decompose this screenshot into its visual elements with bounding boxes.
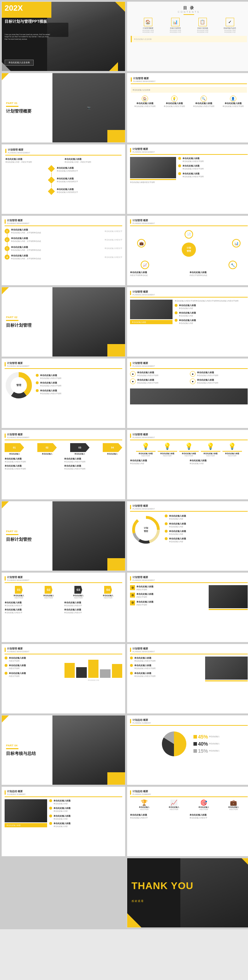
- slide14-header: 计划管理 概要 PLANNING MANAGEMENT: [130, 433, 248, 439]
- bulb-t2: 单击此处输入标题: [160, 452, 174, 455]
- tl-text1: 单击此处输入标题单击此处输入内容，文字说明单击此处: [11, 228, 41, 234]
- toc-icons: 🏠 计划管理概要 单击此处输入标题单击此处输入内容 📊 目标计划管理 单击此处输…: [134, 18, 243, 33]
- slide-1-cover: 202X 目标计划与管理PPT模板 I love you more than I…: [2, 2, 125, 72]
- slide5-divider: [5, 155, 122, 156]
- nboxt3: 单击此处输入: [73, 594, 84, 597]
- bar-label: 单击此处输入内容: [65, 679, 122, 681]
- slide8-sub: PLANNING MANAGEMENT: [133, 222, 155, 224]
- slide13-header: 计划管理 概要 PLANNING MANAGEMENT: [5, 433, 122, 439]
- hub-left: 💼: [137, 239, 145, 248]
- s24i1: 🏆 单击此处输入 内容文字说明: [130, 799, 158, 811]
- part04-top-corner: [2, 716, 9, 722]
- s16rt1: 单击此处输入标题单击此处输入内容: [169, 514, 186, 520]
- slide5-bar: [5, 149, 6, 153]
- slide13-bar: [5, 434, 6, 438]
- s23t2: 单击此处输入标题单击此处输入内容: [54, 807, 71, 812]
- tl-item2: 2 单击此处输入标题单击此处输入内容，文字说明单击此处 单击此处输入内容文字: [5, 237, 122, 242]
- slide22-header: 计划总结 概要 PLANNING SUMMARY: [130, 718, 248, 724]
- hub-icon-left: 💼: [137, 239, 145, 248]
- s20r3: 单击此处输入标题单击此处输入内容文字说明: [130, 672, 203, 678]
- s11rt1: 单击此处输入标题单击此处输入内容文字说明: [40, 374, 61, 380]
- bar-chart: [65, 657, 122, 678]
- slide13-bottom: 单击此处输入标题单击此处输入内容文字说明 单击此处输入标题单击此处输入内容文字说…: [5, 457, 122, 471]
- slide10-right: 单击此处输入内容文字说明单击此处输入内容文字说明单击此处输入内容文字说明 单击此…: [175, 300, 248, 326]
- part01-accent: [6, 106, 19, 107]
- s14t1: 单击此处输入标题: [130, 459, 188, 462]
- tl-side1: 单击此处输入内容文字: [104, 231, 122, 232]
- s23d2: [49, 807, 52, 810]
- icon1-title: 单击此处输入标题: [136, 102, 153, 105]
- part04-yellow-corner: [107, 772, 125, 785]
- s6c2: 单击此处输入内容文字说明: [182, 168, 204, 170]
- nboxc4: 内容文字说明: [104, 597, 112, 599]
- cover-photo: [47, 2, 125, 71]
- s19cc2: 内容文字说明: [9, 668, 26, 670]
- dt2-title: 单击此处输入标题: [57, 177, 78, 180]
- slide14-sub: PLANNING MANAGEMENT: [133, 436, 155, 439]
- slide10-bar: [130, 291, 131, 295]
- dt2-text: 单击此处输入内容说明文字: [57, 181, 78, 183]
- legend-text1: 单击此处输入: [209, 736, 220, 738]
- part03-left: PART 03 目标计划管控: [2, 501, 53, 571]
- slide13-arrows: 01 单击此处输入 02 单击此处输入 03 单击此处输入: [5, 443, 122, 455]
- s12g2: ● 单击此处输入标题单击此处输入内容文字说明 ● 单击此处输入标题单击此处输入内…: [190, 371, 248, 386]
- slide5-header: 计划管理 概要 PLANNING MANAGEMENT: [5, 148, 122, 154]
- icon4-text: 单击此处输入内容文字说明: [223, 105, 244, 108]
- arrow-label-1: 单击此处输入: [9, 453, 20, 455]
- slide5-diamonds: 单击此处输入标题单击此处输入内容说明文字 单击此处输入标题单击此处输入内容说明文…: [5, 166, 122, 194]
- s24icon3: 🎯: [200, 799, 207, 806]
- slide19-text: 计划管理 概要: [7, 647, 29, 651]
- tl-text3: 单击此处输入标题单击此处输入内容，文字说明单击此处: [11, 246, 41, 251]
- bar3: [88, 660, 98, 678]
- slide6-sub: PLANNING MANAGEMENT: [133, 151, 155, 153]
- toc-icon-2: 📊: [171, 18, 180, 26]
- s11r2: 单击此处输入标题单击此处输入内容文字说明: [36, 381, 122, 387]
- s11r3: 单击此处输入标题单击此处输入内容文字说明: [36, 389, 122, 395]
- ty-deco-tr: [242, 858, 248, 867]
- slide12-grid: ● 单击此处输入标题单击此处输入内容文字说明 ● 单击此处输入标题单击此处输入内…: [130, 371, 248, 386]
- diamond-texts: 单击此处输入标题单击此处输入内容说明文字 单击此处输入标题单击此处输入内容说明文…: [57, 167, 78, 194]
- nbox2: 02: [45, 586, 52, 594]
- s18box1: ⚙: [130, 585, 135, 590]
- s24t4: 单击此处输入: [228, 806, 239, 808]
- slide20-sub: PLANNING MANAGEMENT: [133, 651, 155, 652]
- s10c1: 单击此处输入内容: [179, 307, 196, 310]
- icon-person: 👤: [230, 95, 236, 102]
- toc-desc-4: 单击此处输入标题单击此处输入内容: [224, 29, 235, 33]
- s16c2: 单击此处输入内容: [169, 526, 186, 528]
- slide-17: 计划管理 概要 PLANNING MANAGEMENT 01 单击此处输入 内容…: [2, 573, 125, 642]
- s23tt1: 单击此处输入标题: [54, 799, 71, 802]
- slide7-header: 计划管理 概要 PLANNING MANAGEMENT: [5, 219, 122, 224]
- slide18-div: [130, 582, 248, 583]
- s16c4: 单击此处输入内容: [169, 541, 186, 543]
- toc-desc-2: 单击此处输入标题单击此处输入内容: [170, 29, 181, 33]
- s23t4: 单击此处输入标题单击此处输入内容: [54, 822, 71, 828]
- s17c2: 单击此处输入内容文字: [64, 605, 122, 607]
- legend-color2: [193, 742, 197, 746]
- slide11-bar: [5, 362, 6, 366]
- s17b4: 单击此处输入标题单击此处输入内容文字: [64, 608, 122, 614]
- part04-title: 目标考核与总结: [6, 751, 49, 757]
- slide4-icons: 🏠 单击此处输入标题 单击此处输入内容文字说明 💡 单击此处输入标题 单击此处输…: [131, 95, 247, 108]
- s23r3: 单击此处输入标题单击此处输入内容: [49, 815, 122, 820]
- num-box-4: 04 单击此处输入 内容文字说明: [94, 586, 122, 599]
- s12title1: 单击此处输入标题: [137, 371, 158, 374]
- slide16-items: 单击此处输入标题单击此处输入内容 单击此处输入标题单击此处输入内容 单击此处输入…: [165, 514, 248, 545]
- s11rt2: 单击此处输入标题单击此处输入内容文字说明: [40, 381, 61, 387]
- s11r1: 单击此处输入标题单击此处输入内容文字说明: [36, 374, 122, 380]
- slide-13: 计划管理 概要 PLANNING MANAGEMENT 01 单击此处输入 02…: [2, 430, 125, 500]
- s23d1: [49, 799, 52, 802]
- slide22-sub: PLANNING SUMMARY: [133, 722, 151, 724]
- dt1-title: 单击此处输入标题: [57, 167, 78, 170]
- slide-20: 计划管理 概要 PLANNING MANAGEMENT 单击此处输入标题单击此处…: [127, 644, 248, 714]
- s19t3: 单击此处输入标题内容文字说明: [9, 672, 26, 678]
- slide7-divider: [5, 226, 122, 226]
- bulb2: 💡 单击此处输入标题 内容文字说明: [158, 442, 177, 457]
- s23cc3: 单击此处输入内容: [54, 818, 71, 820]
- bar5: [112, 664, 122, 678]
- s11t2: 单击此处输入标题: [40, 381, 61, 385]
- slide4-icon-3: 🔍 单击此处输入标题 单击此处输入内容文字说明: [190, 95, 218, 108]
- s16c1: 单击此处输入内容: [169, 518, 186, 520]
- s12cont2: 单击此处输入内容文字说明: [137, 382, 158, 384]
- slide17-div: [5, 582, 122, 583]
